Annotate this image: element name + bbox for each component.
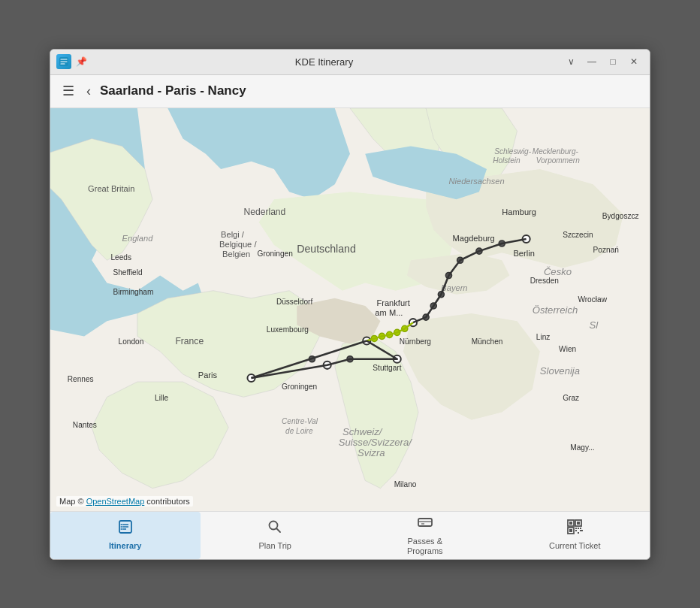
back-button[interactable]: ‹ bbox=[83, 80, 94, 102]
svg-text:Szczecin: Szczecin bbox=[563, 230, 593, 238]
nav-item-plan-trip[interactable]: Plan Trip bbox=[201, 512, 351, 559]
map-attribution: Map © OpenStreetMap contributors bbox=[56, 496, 193, 507]
svg-text:Milano: Milano bbox=[394, 479, 417, 488]
header-bar: ☰ ‹ Saarland - Paris - Nancy bbox=[50, 75, 650, 108]
svg-text:Poznań: Poznań bbox=[593, 246, 619, 254]
chevron-button[interactable]: ∨ bbox=[561, 54, 581, 69]
svg-text:Wrocław: Wrocław bbox=[578, 295, 607, 303]
svg-text:Österreich: Österreich bbox=[533, 304, 578, 316]
kde-itinerary-icon bbox=[56, 54, 71, 69]
svg-text:Dresden: Dresden bbox=[530, 276, 559, 284]
svg-text:Slovenija: Slovenija bbox=[540, 364, 580, 376]
passes-icon bbox=[417, 514, 433, 534]
svg-text:Stuttgart: Stuttgart bbox=[373, 363, 401, 371]
svg-rect-96 bbox=[580, 528, 581, 529]
hamburger-button[interactable]: ☰ bbox=[59, 80, 77, 102]
svg-text:Belgique /: Belgique / bbox=[219, 240, 257, 249]
pin-icon: 📌 bbox=[76, 56, 87, 67]
svg-text:München: München bbox=[472, 337, 503, 345]
svg-text:Wien: Wien bbox=[559, 344, 576, 352]
svg-text:Holstein: Holstein bbox=[493, 156, 520, 164]
svg-text:Nederland: Nederland bbox=[243, 206, 285, 216]
svg-text:Rennes: Rennes bbox=[68, 375, 94, 383]
page-title: Saarland - Paris - Nancy bbox=[100, 83, 246, 98]
svg-rect-95 bbox=[578, 528, 579, 529]
svg-rect-98 bbox=[578, 532, 579, 534]
close-button[interactable]: ✕ bbox=[624, 54, 644, 69]
svg-rect-99 bbox=[580, 530, 583, 531]
svg-text:Svizra: Svizra bbox=[358, 447, 385, 458]
passes-label: Passes &Programs bbox=[407, 537, 443, 556]
itinerary-icon bbox=[117, 519, 134, 539]
search-icon bbox=[267, 519, 283, 539]
svg-text:Schleswig-: Schleswig- bbox=[494, 147, 532, 155]
plan-trip-label: Plan Trip bbox=[259, 541, 291, 551]
svg-text:Nantes: Nantes bbox=[73, 420, 97, 428]
svg-rect-94 bbox=[575, 528, 577, 529]
svg-text:Great Britain: Great Britain bbox=[88, 184, 134, 193]
svg-text:Schweiz/: Schweiz/ bbox=[342, 425, 383, 437]
qr-icon bbox=[566, 519, 583, 539]
svg-text:Linz: Linz bbox=[536, 333, 551, 341]
svg-text:Bydgoszcz: Bydgoszcz bbox=[602, 211, 639, 219]
svg-text:England: England bbox=[122, 233, 154, 242]
app-window: 📌 KDE Itinerary ∨ — □ ✕ ☰ ‹ Saarland - P… bbox=[50, 49, 650, 560]
svg-text:Leeds: Leeds bbox=[110, 253, 131, 262]
osm-link[interactable]: OpenStreetMap bbox=[86, 497, 145, 506]
svg-text:Groningen: Groningen bbox=[258, 250, 293, 258]
bottom-nav: Itinerary Plan Trip Passes &Programs bbox=[50, 511, 650, 559]
svg-text:Suisse/Svizzera/: Suisse/Svizzera/ bbox=[339, 437, 412, 448]
svg-text:Nürnberg: Nürnberg bbox=[400, 337, 431, 345]
svg-text:Hamburg: Hamburg bbox=[502, 207, 536, 216]
svg-text:Birmingham: Birmingham bbox=[113, 287, 153, 295]
svg-text:Mecklenburg-: Mecklenburg- bbox=[533, 147, 579, 155]
svg-text:de Loire: de Loire bbox=[285, 426, 313, 434]
itinerary-label: Itinerary bbox=[109, 541, 141, 551]
svg-text:Belgien: Belgien bbox=[222, 250, 250, 259]
svg-text:am M...: am M... bbox=[375, 308, 403, 317]
svg-line-84 bbox=[276, 528, 280, 532]
svg-text:France: France bbox=[175, 335, 204, 346]
svg-text:Düsseldorf: Düsseldorf bbox=[276, 297, 313, 305]
svg-text:London: London bbox=[119, 337, 144, 345]
title-bar: 📌 KDE Itinerary ∨ — □ ✕ bbox=[50, 50, 650, 75]
nav-item-passes[interactable]: Passes &Programs bbox=[350, 512, 500, 559]
window-title: KDE Itinerary bbox=[87, 56, 561, 68]
minimize-button[interactable]: — bbox=[582, 54, 602, 69]
maximize-button[interactable]: □ bbox=[603, 54, 623, 69]
svg-rect-97 bbox=[575, 530, 577, 531]
svg-point-81 bbox=[120, 526, 122, 528]
svg-point-80 bbox=[120, 524, 122, 525]
svg-text:Luxembourg: Luxembourg bbox=[267, 325, 309, 334]
svg-text:Magy...: Magy... bbox=[570, 443, 594, 452]
svg-text:Berlin: Berlin bbox=[513, 249, 534, 258]
svg-text:Belgi /: Belgi / bbox=[221, 229, 245, 238]
svg-rect-91 bbox=[577, 522, 580, 525]
svg-text:Magdeburg: Magdeburg bbox=[453, 233, 495, 242]
svg-text:Groningen: Groningen bbox=[282, 383, 317, 391]
svg-rect-89 bbox=[569, 522, 572, 525]
svg-rect-85 bbox=[418, 519, 432, 526]
svg-text:Deutschland: Deutschland bbox=[297, 243, 356, 255]
svg-text:Paris: Paris bbox=[198, 371, 218, 380]
nav-item-current-ticket[interactable]: Current Ticket bbox=[500, 512, 650, 559]
svg-rect-93 bbox=[569, 529, 572, 532]
svg-text:Graz: Graz bbox=[563, 394, 579, 402]
svg-text:Sl: Sl bbox=[590, 319, 599, 331]
window-controls: ∨ — □ ✕ bbox=[561, 54, 644, 69]
svg-text:Lille: Lille bbox=[155, 394, 168, 402]
svg-text:Centre-Val: Centre-Val bbox=[282, 416, 318, 425]
svg-text:Sheffield: Sheffield bbox=[113, 268, 142, 277]
map-container[interactable]: England Great Britain France Deutschland… bbox=[50, 108, 650, 511]
current-ticket-label: Current Ticket bbox=[549, 541, 600, 551]
nav-item-itinerary[interactable]: Itinerary bbox=[50, 512, 201, 559]
svg-point-82 bbox=[120, 528, 122, 530]
svg-text:Frankfurt: Frankfurt bbox=[376, 298, 409, 307]
svg-text:Vorpommern: Vorpommern bbox=[536, 156, 580, 164]
svg-text:Niedersachsen: Niedersachsen bbox=[448, 177, 504, 186]
